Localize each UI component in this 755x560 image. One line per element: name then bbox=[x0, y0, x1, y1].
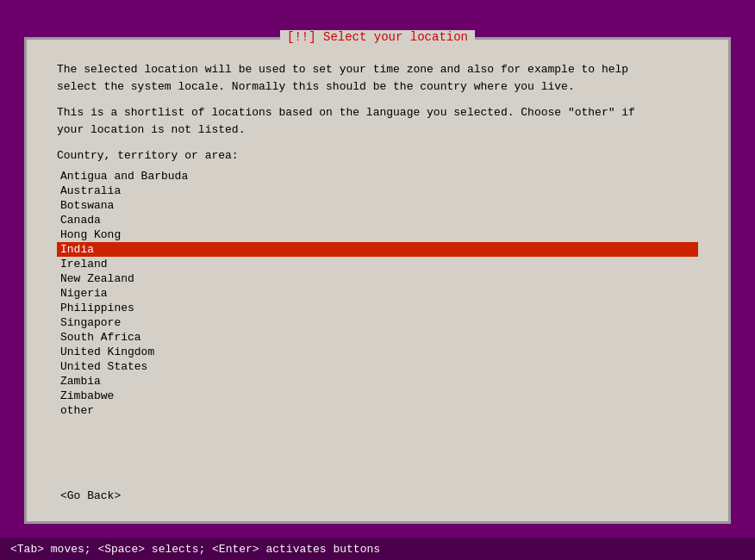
list-item[interactable]: Zimbabwe bbox=[57, 389, 698, 403]
list-item[interactable]: Antigua and Barbuda bbox=[57, 169, 698, 184]
country-list: Antigua and BarbudaAustraliaBotswanaCana… bbox=[57, 169, 698, 474]
list-item[interactable]: South Africa bbox=[57, 330, 698, 345]
bottom-buttons: <Go Back> bbox=[57, 488, 698, 504]
title-text: [!!] Select your location bbox=[287, 30, 468, 44]
list-item[interactable]: Australia bbox=[57, 184, 698, 198]
description-text-1: The selected location will be used to se… bbox=[57, 61, 698, 96]
list-item[interactable]: Zambia bbox=[57, 374, 698, 389]
list-item[interactable]: United States bbox=[57, 359, 698, 374]
list-item[interactable]: New Zealand bbox=[57, 271, 698, 286]
status-text: <Tab> moves; <Space> selects; <Enter> ac… bbox=[10, 543, 380, 556]
list-item[interactable]: United Kingdom bbox=[57, 345, 698, 359]
list-label: Country, territory or area: bbox=[57, 149, 698, 162]
list-item[interactable]: Botswana bbox=[57, 198, 698, 213]
list-item[interactable]: Ireland bbox=[57, 257, 698, 271]
go-back-button[interactable]: <Go Back> bbox=[57, 488, 124, 504]
list-item[interactable]: other bbox=[57, 403, 698, 418]
title-bar: [!!] Select your location bbox=[280, 30, 475, 44]
outer-border: [!!] Select your location The selected l… bbox=[24, 37, 731, 524]
list-item[interactable]: Philippines bbox=[57, 301, 698, 315]
description-text-2: This is a shortlist of locations based o… bbox=[57, 104, 698, 139]
list-item[interactable]: Singapore bbox=[57, 315, 698, 330]
dialog-box: [!!] Select your location The selected l… bbox=[27, 40, 728, 521]
list-item[interactable]: Hong Kong bbox=[57, 227, 698, 242]
list-item[interactable]: Nigeria bbox=[57, 286, 698, 301]
status-bar: <Tab> moves; <Space> selects; <Enter> ac… bbox=[0, 538, 755, 560]
list-item[interactable]: Canada bbox=[57, 213, 698, 227]
list-item[interactable]: India bbox=[57, 242, 698, 257]
